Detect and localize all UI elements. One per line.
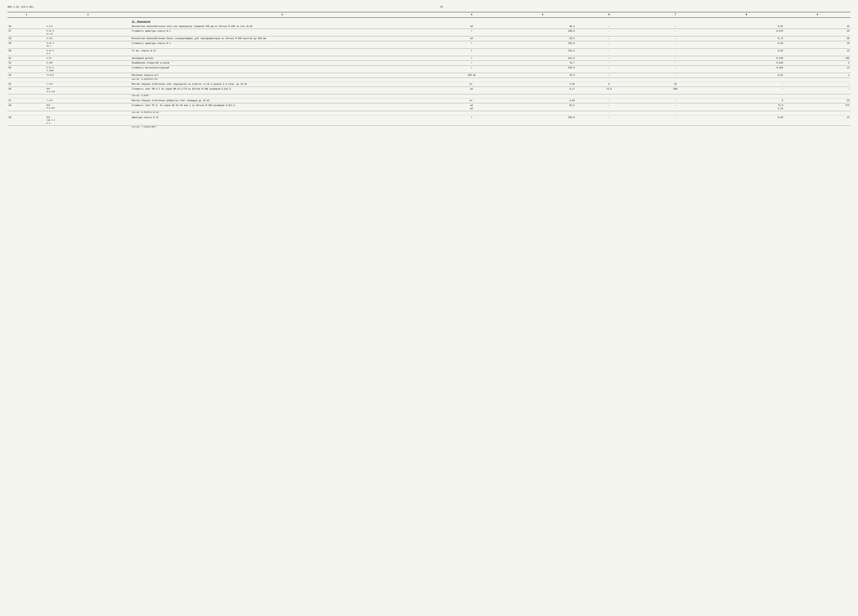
table-row: 57 П.Пу.П Ке 10 Стоимость арматуры класс…: [8, 29, 850, 36]
note-row: кол-во: 0,52x8=4,16 м3: [8, 111, 850, 115]
note-row: кол-во: 0,036x29=1,04: [8, 78, 850, 82]
table-row: 59 П.Пу.П По.7 Стоимость арматуры класса…: [8, 41, 850, 48]
doc-id: 9OI-I-3C (IX/I.85): [8, 6, 34, 8]
main-table: 1 2 3 4 5 6 7 8 9 II. Перекрытие 56 6-17…: [8, 12, 850, 129]
page-header: 9OI-I-3C (IX/I.85) 72 .: [8, 6, 850, 9]
table-row: 64 Т5-613 Масляная окраска м/к 100 м2 43…: [8, 73, 850, 78]
table-row: 66 ПСП П.8-415 Стоимость плит ПИ-5-2 по …: [8, 87, 850, 94]
table-row: 61 6-83 Закладные детали т 441,0 – – 0,2…: [8, 56, 850, 61]
page-number: 72: [34, 6, 849, 9]
col-header-5: 5: [510, 12, 576, 17]
col-header-7: 7: [642, 12, 709, 17]
table-row: 60 П.Пу.П П.8 То же, класса А-II т 243,0…: [8, 48, 850, 56]
table-row: 69 ПСП таб.3-I П.3 Арматура класса А-II …: [8, 115, 850, 125]
table-row: 67 7-243 Монтаж сборных ж/бетонных ребри…: [8, 98, 850, 103]
col-header-6: 6: [576, 12, 642, 17]
col-header-1: 1: [8, 12, 45, 17]
note-row: кол-во: 7,5x8x0,001=: [8, 126, 850, 130]
page-dot: .: [849, 6, 850, 8]
col-header-9: 9: [784, 12, 850, 17]
table-row: 68 ПСП П.8-507 Стоимость плит ПТ-5, 5а с…: [8, 103, 850, 111]
table-row: 58 6-161 Монолитные железобетонные балки…: [8, 36, 850, 41]
col-header-8: 8: [709, 12, 784, 17]
table-header-row: 1 2 3 4 5 6 7 8 9: [8, 12, 850, 17]
table-row: 62 9-209 Окаймление отверстий уголком т …: [8, 61, 850, 65]
section-heading-row: II. Перекрытие: [8, 17, 850, 24]
table-row: 63 П.Пу.П П.2095 Стоимость металлоконстр…: [8, 65, 850, 73]
col-header-2: 2: [45, 12, 131, 17]
col-header-4: 4: [434, 12, 510, 17]
table-row: 65 7-243 Монтаж сборных ж/бетонных плит …: [8, 82, 850, 87]
note-row: кол-во: 9,0x8=: [8, 94, 850, 98]
table-row: 56 6-175 Монолитное железобетонное плос-…: [8, 24, 850, 29]
col-header-3: 3: [131, 12, 434, 17]
